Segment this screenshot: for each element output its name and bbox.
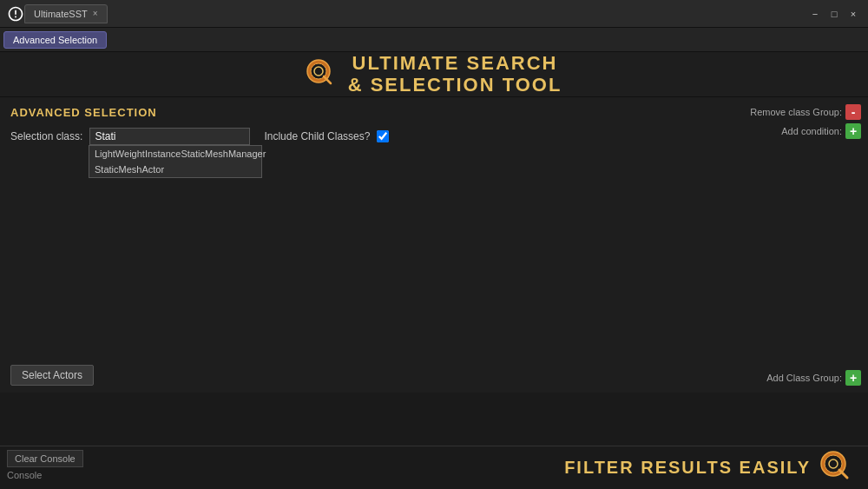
remove-class-group-button[interactable]: - bbox=[845, 104, 861, 120]
watermark-text: FILTER RESULTS EASILY bbox=[564, 458, 811, 478]
watermark-logo-icon bbox=[819, 450, 854, 485]
title-bar: UltimateSST × − □ × bbox=[0, 0, 868, 28]
content-area: ADVANCED SELECTION Selection class: Ligh… bbox=[0, 97, 868, 393]
window-tab-label: UltimateSST bbox=[34, 9, 88, 19]
app-logo-icon bbox=[306, 59, 338, 90]
clear-console-button[interactable]: Clear Console bbox=[7, 450, 83, 467]
dropdown-item-2[interactable]: StaticMeshActor bbox=[89, 162, 261, 177]
selection-row: Selection class: LightWeightInstanceStat… bbox=[10, 128, 858, 145]
add-class-group-label: Add Class Group: bbox=[766, 373, 842, 383]
select-actors-button[interactable]: Select Actors bbox=[10, 365, 94, 386]
class-dropdown-list: LightWeightInstanceStaticMeshManager Sta… bbox=[89, 145, 262, 178]
advanced-selection-tab[interactable]: Advanced Selection bbox=[3, 31, 107, 49]
toolbar: Advanced Selection bbox=[0, 28, 868, 52]
ue-logo-icon bbox=[7, 5, 24, 23]
main-content-panel: ADVANCED SELECTION Selection class: Ligh… bbox=[0, 97, 868, 393]
console-area: Clear Console Console FILTER RESULTS EAS… bbox=[0, 446, 868, 489]
selection-class-input[interactable] bbox=[89, 128, 250, 145]
close-window-button[interactable]: × bbox=[845, 6, 861, 22]
title-controls: − □ × bbox=[807, 6, 861, 22]
right-controls: Remove class Group: - Add condition: + bbox=[750, 104, 861, 139]
maximize-button[interactable]: □ bbox=[826, 6, 842, 22]
dropdown-item-1[interactable]: LightWeightInstanceStaticMeshManager bbox=[89, 146, 261, 162]
selection-class-label: Selection class: bbox=[10, 130, 82, 142]
window-tab[interactable]: UltimateSST × bbox=[24, 4, 108, 23]
bottom-watermark: FILTER RESULTS EASILY bbox=[564, 446, 868, 489]
add-condition-label: Add condition: bbox=[781, 126, 842, 136]
include-child-label: Include Child Classes? bbox=[264, 130, 370, 142]
tab-area: UltimateSST × bbox=[24, 4, 861, 23]
console-label: Console bbox=[0, 468, 49, 482]
header-title: ULTIMATE SEARCH & SELECTION TOOL bbox=[348, 53, 562, 95]
add-class-group-row: Add Class Group: + bbox=[766, 370, 861, 386]
header-banner: ULTIMATE SEARCH & SELECTION TOOL bbox=[0, 52, 868, 97]
add-condition-row: Add condition: + bbox=[781, 123, 861, 139]
include-child-checkbox[interactable] bbox=[377, 130, 389, 142]
add-condition-button[interactable]: + bbox=[845, 123, 861, 139]
remove-class-group-label: Remove class Group: bbox=[750, 107, 842, 117]
section-title: ADVANCED SELECTION bbox=[10, 106, 858, 119]
minimize-button[interactable]: − bbox=[807, 6, 823, 22]
add-class-group-button[interactable]: + bbox=[845, 370, 861, 386]
remove-class-group-row: Remove class Group: - bbox=[750, 104, 861, 120]
window-tab-close[interactable]: × bbox=[93, 9, 98, 18]
